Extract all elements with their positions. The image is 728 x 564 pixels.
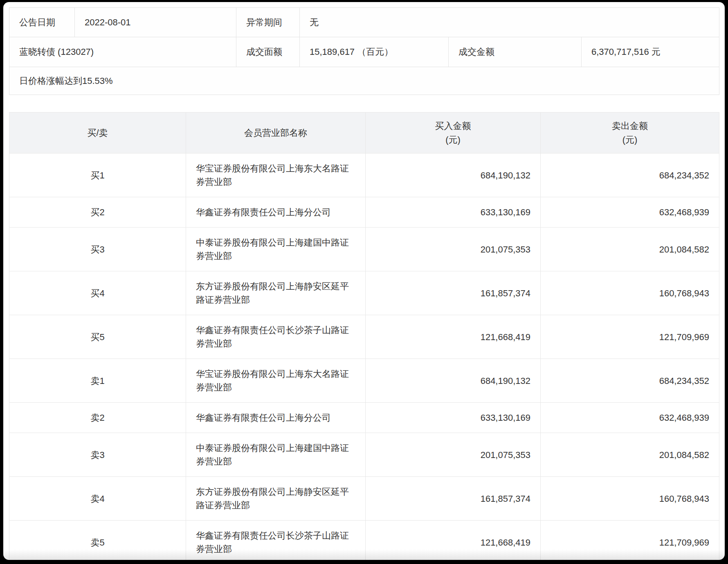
table-row: 卖1 华宝证券股份有限公司上海东大名路证券营业部 684,190,132 684… (9, 359, 719, 403)
side-cell: 买5 (9, 315, 186, 359)
buy-amount-cell: 201,075,353 (366, 228, 541, 271)
table-row: 买2 华鑫证券有限责任公司上海分公司 633,130,169 632,468,9… (9, 197, 719, 228)
branch-name-cell: 华宝证券股份有限公司上海东大名路证券营业部 (186, 153, 366, 197)
branch-name-cell: 华鑫证券有限责任公司长沙茶子山路证券营业部 (186, 315, 366, 359)
security-name: 蓝晓转债 (123027) (9, 37, 236, 67)
side-cell: 卖5 (9, 521, 186, 560)
column-header-buy-unit: (元) (370, 133, 536, 147)
branch-name-cell: 华鑫证券有限责任公司上海分公司 (186, 197, 366, 228)
summary-row-reason: 日价格涨幅达到15.53% (9, 67, 719, 95)
side-cell: 卖3 (9, 433, 186, 477)
page-card: 公告日期 2022-08-01 异常期间 无 蓝晓转债 (123027) 成交面… (3, 2, 725, 560)
side-cell: 买4 (9, 271, 186, 315)
column-header-buy-label: 买入金额 (370, 119, 536, 133)
branch-name-cell: 华宝证券股份有限公司上海东大名路证券营业部 (186, 359, 366, 403)
table-row: 买3 中泰证券股份有限公司上海建国中路证券营业部 201,075,353 201… (9, 228, 719, 271)
column-header-branch-label: 会员营业部名称 (190, 126, 361, 140)
announce-date-value: 2022-08-01 (75, 8, 236, 37)
sell-amount-cell: 121,709,969 (541, 315, 719, 359)
sell-amount-cell: 121,709,969 (541, 521, 719, 560)
branch-name-cell: 东方证券股份有限公司上海静安区延平路证券营业部 (186, 477, 366, 521)
sell-amount-cell: 684,234,352 (541, 359, 719, 403)
side-cell: 买1 (9, 153, 186, 197)
sell-amount-cell: 201,084,582 (541, 228, 719, 271)
trade-amount-value: 6,370,717,516 元 (582, 37, 719, 67)
buy-amount-cell: 633,130,169 (366, 403, 541, 433)
column-header-buy-amount: 买入金额 (元) (366, 113, 541, 153)
side-cell: 买3 (9, 228, 186, 271)
table-row: 买5 华鑫证券有限责任公司长沙茶子山路证券营业部 121,668,419 121… (9, 315, 719, 359)
column-header-side-label: 买/卖 (13, 126, 182, 140)
sell-amount-cell: 632,468,939 (541, 403, 719, 433)
sell-amount-cell: 160,768,943 (541, 477, 719, 521)
branch-name-cell: 华鑫证券有限责任公司上海分公司 (186, 403, 366, 433)
side-cell: 卖1 (9, 359, 186, 403)
page-content: 公告日期 2022-08-01 异常期间 无 蓝晓转债 (123027) 成交面… (3, 2, 725, 560)
buy-amount-cell: 684,190,132 (366, 359, 541, 403)
buy-amount-cell: 633,130,169 (366, 197, 541, 228)
buy-amount-cell: 684,190,132 (366, 153, 541, 197)
sell-amount-cell: 632,468,939 (541, 197, 719, 228)
side-cell: 卖2 (9, 403, 186, 433)
branch-name-cell: 华鑫证券有限责任公司长沙茶子山路证券营业部 (186, 521, 366, 560)
buy-amount-cell: 121,668,419 (366, 315, 541, 359)
sell-amount-cell: 684,234,352 (541, 153, 719, 197)
table-row: 卖5 华鑫证券有限责任公司长沙茶子山路证券营业部 121,668,419 121… (9, 521, 719, 560)
buy-amount-cell: 121,668,419 (366, 521, 541, 560)
table-row: 买4 东方证券股份有限公司上海静安区延平路证券营业部 161,857,374 1… (9, 271, 719, 315)
column-header-sell-amount: 卖出金额 (元) (541, 113, 719, 153)
branch-name-cell: 东方证券股份有限公司上海静安区延平路证券营业部 (186, 271, 366, 315)
buy-amount-cell: 161,857,374 (366, 271, 541, 315)
summary-row-security: 蓝晓转债 (123027) 成交面额 15,189,617 （百元） 成交金额 … (9, 37, 719, 67)
buy-amount-cell: 201,075,353 (366, 433, 541, 477)
abnormal-period-label: 异常期间 (236, 8, 300, 37)
side-cell: 买2 (9, 197, 186, 228)
announce-date-label: 公告日期 (9, 8, 75, 37)
branch-name-cell: 中泰证券股份有限公司上海建国中路证券营业部 (186, 433, 366, 477)
column-header-side: 买/卖 (9, 113, 186, 153)
broker-table-header-row: 买/卖 会员营业部名称 买入金额 (元) 卖出金额 (元) (9, 113, 719, 153)
broker-table: 买/卖 会员营业部名称 买入金额 (元) 卖出金额 (元) 买1 (9, 112, 719, 560)
abnormal-reason-text: 日价格涨幅达到15.53% (9, 67, 719, 95)
trade-amount-label: 成交金额 (449, 37, 582, 67)
table-row: 卖4 东方证券股份有限公司上海静安区延平路证券营业部 161,857,374 1… (9, 477, 719, 521)
face-value-value: 15,189,617 （百元） (300, 37, 449, 67)
summary-row-date-period: 公告日期 2022-08-01 异常期间 无 (9, 8, 719, 37)
side-cell: 卖4 (9, 477, 186, 521)
sell-amount-cell: 201,084,582 (541, 433, 719, 477)
abnormal-period-value: 无 (300, 8, 719, 37)
branch-name-cell: 中泰证券股份有限公司上海建国中路证券营业部 (186, 228, 366, 271)
buy-amount-cell: 161,857,374 (366, 477, 541, 521)
table-row: 卖3 中泰证券股份有限公司上海建国中路证券营业部 201,075,353 201… (9, 433, 719, 477)
column-header-branch: 会员营业部名称 (186, 113, 366, 153)
column-header-sell-label: 卖出金额 (545, 119, 715, 133)
sell-amount-cell: 160,768,943 (541, 271, 719, 315)
column-header-sell-unit: (元) (545, 133, 715, 147)
table-row: 卖2 华鑫证券有限责任公司上海分公司 633,130,169 632,468,9… (9, 403, 719, 433)
summary-table: 公告日期 2022-08-01 异常期间 无 蓝晓转债 (123027) 成交面… (9, 7, 719, 95)
table-row: 买1 华宝证券股份有限公司上海东大名路证券营业部 684,190,132 684… (9, 153, 719, 197)
face-value-label: 成交面额 (236, 37, 300, 67)
